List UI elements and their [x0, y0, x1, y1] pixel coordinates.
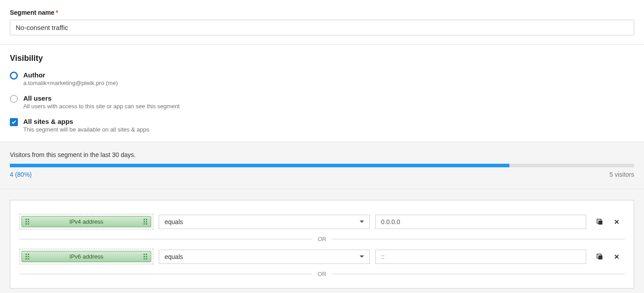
dimension-chip-ipv6[interactable]: IPv6 address: [19, 249, 153, 264]
stats-section: Visitors from this segment in the last 3…: [0, 142, 644, 189]
all-users-title: All users: [23, 94, 180, 102]
operator-value: equals: [165, 253, 183, 260]
close-icon[interactable]: [612, 252, 621, 261]
author-title: Author: [23, 71, 118, 79]
conditions-section: IPv4 address equals 0.0.0.0: [0, 189, 644, 293]
or-label: OR: [318, 236, 326, 242]
or-label: OR: [318, 271, 326, 277]
or-divider: OR: [19, 271, 625, 277]
drag-handle-icon[interactable]: [144, 219, 147, 225]
visibility-author-option[interactable]: Author a.tomalik+marketing@piwik.pro (me…: [10, 71, 634, 86]
operator-select[interactable]: equals: [159, 215, 370, 229]
segment-name-label-text: Segment name: [10, 9, 55, 16]
checkbox-checked-icon: [10, 118, 18, 126]
svg-rect-2: [598, 255, 602, 259]
drag-handle-icon[interactable]: [144, 254, 147, 259]
value-text: 0.0.0.0: [381, 218, 400, 225]
operator-select[interactable]: equals: [159, 250, 370, 264]
progress-fill: [10, 164, 509, 167]
value-text: ::: [381, 253, 385, 260]
value-input[interactable]: 0.0.0.0: [375, 215, 586, 229]
segment-name-input[interactable]: [10, 20, 634, 35]
or-divider: OR: [19, 236, 625, 242]
progress-bar: [10, 164, 634, 167]
dimension-label: IPv6 address: [29, 253, 144, 260]
chevron-down-icon: [360, 255, 364, 258]
value-input[interactable]: ::: [375, 250, 586, 264]
chevron-down-icon: [360, 221, 364, 223]
visibility-section: Visibility Author a.tomalik+marketing@pi…: [0, 45, 644, 142]
copy-icon[interactable]: [595, 252, 604, 261]
radio-icon-unselected: [10, 95, 18, 103]
operator-value: equals: [165, 218, 183, 225]
condition-row: IPv4 address equals 0.0.0.0: [19, 214, 625, 229]
conditions-box: IPv4 address equals 0.0.0.0: [10, 200, 634, 289]
all-sites-checkbox-option[interactable]: All sites & apps This segment will be av…: [10, 118, 634, 133]
radio-icon-selected: [10, 72, 18, 80]
segment-name-label: Segment name*: [10, 9, 634, 16]
copy-icon[interactable]: [595, 217, 604, 226]
segment-name-section: Segment name*: [0, 0, 644, 45]
drag-handle-icon[interactable]: [25, 254, 29, 259]
stats-matched: 4 (80%): [10, 171, 32, 178]
all-sites-sub: This segment will be available on all si…: [23, 126, 149, 133]
all-sites-title: All sites & apps: [23, 118, 149, 125]
close-icon[interactable]: [612, 217, 621, 226]
dimension-chip-ipv4[interactable]: IPv4 address: [19, 214, 153, 229]
drag-handle-icon[interactable]: [25, 219, 29, 225]
author-sub: a.tomalik+marketing@piwik.pro (me): [23, 80, 118, 86]
svg-rect-0: [598, 221, 602, 225]
visibility-all-users-option[interactable]: All users All users with access to this …: [10, 94, 634, 110]
all-users-sub: All users with access to this site or ap…: [23, 103, 180, 110]
visibility-heading: Visibility: [10, 54, 634, 63]
required-asterisk: *: [56, 9, 58, 16]
stats-total: 5 visitors: [610, 171, 634, 178]
dimension-label: IPv4 address: [29, 218, 144, 225]
condition-row: IPv6 address equals ::: [19, 249, 625, 264]
stats-label: Visitors from this segment in the last 3…: [10, 151, 634, 158]
